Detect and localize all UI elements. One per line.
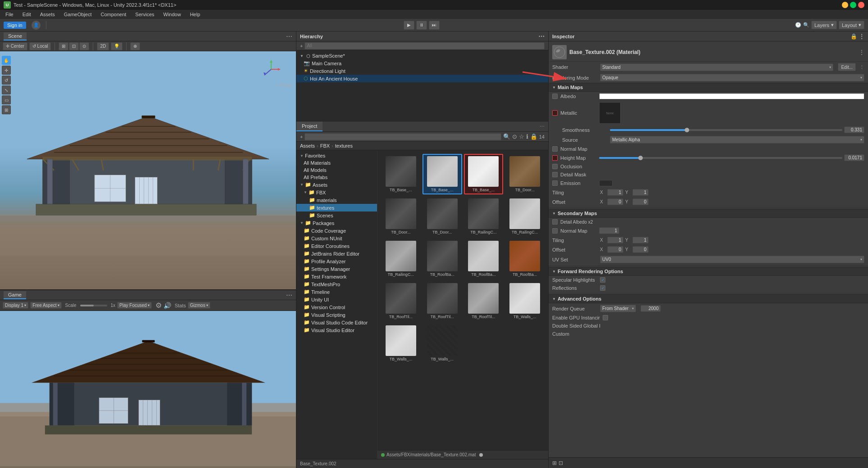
scene-tab[interactable]: Scene — [4, 32, 27, 40]
tree-timeline[interactable]: 📁 Timeline — [296, 288, 377, 296]
breadcrumb-fbx[interactable]: FBX — [320, 143, 330, 148]
source-dropdown[interactable]: Metallic Alpha — [610, 136, 864, 144]
gpu-instancing-checkbox[interactable] — [603, 315, 608, 320]
inspector-expand-icon[interactable]: ⋮ — [859, 49, 864, 55]
game-tab[interactable]: Game — [4, 291, 26, 299]
asset-item-tb-door-1[interactable]: TB_Door... — [505, 154, 545, 194]
center-btn[interactable]: ✛ Center — [3, 42, 27, 50]
tiling2-y-input[interactable]: 1 — [632, 237, 649, 243]
project-icon2[interactable]: ⊙ — [512, 133, 517, 140]
asset-item-tb-railing-1[interactable]: TB_RailingC... — [464, 196, 504, 237]
pause-button[interactable]: ⏸ — [416, 21, 427, 30]
menu-gameobject[interactable]: GameObject — [60, 11, 95, 18]
game-stats[interactable]: Stats — [175, 303, 186, 308]
asset-item-tb-rooftil-3[interactable]: TB_RoofTil... — [464, 281, 504, 321]
scale-slider[interactable] — [80, 305, 107, 306]
hierarchy-add-icon[interactable]: + — [300, 43, 303, 49]
tiling-y-input[interactable]: 1 — [632, 189, 649, 196]
play-button[interactable]: ▶ — [404, 21, 414, 30]
project-icon1[interactable]: 🔍 — [503, 133, 510, 140]
game-display-dropdown[interactable]: Display 1 — [3, 302, 28, 309]
albedo-color-swatch[interactable] — [599, 93, 864, 99]
menu-component[interactable]: Component — [97, 11, 130, 18]
albedo-checkbox[interactable] — [552, 94, 558, 99]
metallic-checkbox[interactable] — [552, 110, 558, 116]
tree-all-prefabs[interactable]: All Prefabs — [296, 174, 377, 181]
tree-favorites[interactable]: ▼ Favorites — [296, 152, 377, 159]
project-icon3[interactable]: ☆ — [519, 133, 524, 140]
hierarchy-item-maincamera[interactable]: 📷 Main Camera — [296, 59, 548, 67]
offset-x-input[interactable]: 0 — [607, 198, 623, 205]
inspector-kebab-icon[interactable]: ⋮ — [859, 33, 864, 40]
tree-fbx[interactable]: ▼ 📁 FBX — [296, 189, 377, 196]
tree-profile-analyzer[interactable]: 📁 Profile Analyzer — [296, 257, 377, 265]
search-icon[interactable]: 🔍 — [803, 22, 809, 28]
add-component-icon[interactable]: ⊞ — [552, 460, 557, 466]
game-audio-icon[interactable]: 🔊 — [164, 302, 171, 309]
minimize-button[interactable] — [842, 2, 848, 8]
secondary-maps-section[interactable]: ▼ Secondary Maps — [549, 209, 868, 218]
inspector-lock-icon[interactable]: 🔒 — [850, 33, 857, 40]
asset-item-tb-base-1[interactable]: TB_Base_... — [381, 154, 421, 194]
specular-checkbox[interactable] — [600, 277, 605, 283]
hierarchy-item-hoianhouse[interactable]: ⬡ Hoi An Ancient House — [296, 75, 548, 82]
tree-all-models[interactable]: All Models — [296, 166, 377, 174]
2d-btn[interactable]: 2D — [97, 42, 109, 50]
tree-all-materials[interactable]: All Materials — [296, 159, 377, 166]
emission-swatch[interactable] — [599, 180, 613, 186]
lighting-btn[interactable]: 💡 — [111, 42, 123, 50]
tree-scenes[interactable]: 📁 Scenes — [296, 212, 377, 219]
advanced-options-section[interactable]: ▼ Advanced Options — [549, 294, 868, 303]
game-aspect-dropdown[interactable]: Free Aspect — [30, 302, 61, 309]
asset-item-tb-railing-3[interactable]: TB_RailingC... — [381, 238, 421, 279]
layers-dropdown[interactable]: Layers▾ — [811, 21, 837, 29]
menu-edit[interactable]: Edit — [19, 11, 35, 18]
reflections-checkbox[interactable] — [600, 285, 605, 291]
project-options-icon[interactable]: ⋯ — [536, 122, 548, 131]
asset-item-tb-walls-1[interactable]: TB_Walls_... — [505, 281, 545, 321]
asset-item-tb-walls-3[interactable]: TB_Walls_... — [423, 323, 462, 364]
shader-edit-btn[interactable]: Edit... — [838, 63, 856, 71]
shader-options-icon[interactable]: ⋮ — [859, 64, 864, 70]
project-add-icon[interactable]: + — [300, 134, 303, 140]
tree-settings-manager[interactable]: 📁 Settings Manager — [296, 265, 377, 273]
asset-item-tb-railing-2[interactable]: TB_RailingC... — [505, 196, 545, 237]
breadcrumb-assets[interactable]: Assets — [300, 143, 315, 148]
breadcrumb-textures[interactable]: textures — [335, 143, 353, 148]
render-queue-dropdown[interactable]: From Shader — [600, 305, 636, 312]
tree-textmeshpro[interactable]: 📁 TextMeshPro — [296, 280, 377, 288]
menu-window[interactable]: Window — [160, 11, 185, 18]
asset-item-tb-roofba-1[interactable]: TB_RoofBa... — [423, 238, 462, 279]
occlusion-checkbox[interactable] — [552, 164, 558, 169]
tree-editor-coroutines[interactable]: 📁 Editor Coroutines — [296, 242, 377, 250]
asset-item-tb-base-3[interactable]: TB_Base_... — [464, 154, 504, 194]
asset-item-tb-door-2[interactable]: TB_Door... — [381, 196, 421, 237]
tool3[interactable]: ⊙ — [79, 42, 89, 50]
grid-btn[interactable]: ⊞ — [59, 42, 68, 50]
tiling-x-input[interactable]: 1 — [607, 189, 623, 196]
tree-custom-nunit[interactable]: 📁 Custom NUnit — [296, 234, 377, 242]
height-map-slider[interactable]: 0.0171 — [599, 154, 864, 161]
scene-options[interactable]: ⋯ — [286, 33, 292, 40]
layout-dropdown[interactable]: Layout▾ — [839, 21, 864, 29]
tree-unity-ui[interactable]: 📁 Unity UI — [296, 296, 377, 303]
tree-textures[interactable]: 📁 textures — [296, 204, 377, 212]
hierarchy-item-samplescene[interactable]: ▼ ⬡ SampleScene* — [296, 52, 548, 59]
step-button[interactable]: ⏭ — [429, 21, 440, 30]
play-focused-dropdown[interactable]: Play Focused — [117, 302, 152, 309]
normal-map-checkbox[interactable] — [552, 146, 558, 152]
tree-materials[interactable]: 📁 materials — [296, 196, 377, 204]
forward-rendering-section[interactable]: ▼ Forward Rendering Options — [549, 267, 868, 276]
hierarchy-item-directionallight[interactable]: ☀ Directional Light — [296, 67, 548, 75]
history-icon[interactable]: 🕐 — [795, 22, 801, 28]
detail-mask-checkbox[interactable] — [552, 172, 558, 177]
asset-item-tb-roofba-2[interactable]: TB_RoofBa... — [464, 238, 504, 279]
tree-code-coverage[interactable]: 📁 Code Coverage — [296, 227, 377, 234]
menu-assets[interactable]: Assets — [36, 11, 59, 18]
project-icon5[interactable]: 🔒 — [530, 133, 537, 140]
asset-item-tb-roofba-3[interactable]: TB_RoofBa... — [505, 238, 545, 279]
menu-file[interactable]: File — [2, 11, 17, 18]
tree-version-control[interactable]: 📁 Version Control — [296, 303, 377, 311]
hierarchy-tab[interactable]: Hierarchy — [300, 34, 323, 39]
close-button[interactable] — [858, 2, 864, 8]
